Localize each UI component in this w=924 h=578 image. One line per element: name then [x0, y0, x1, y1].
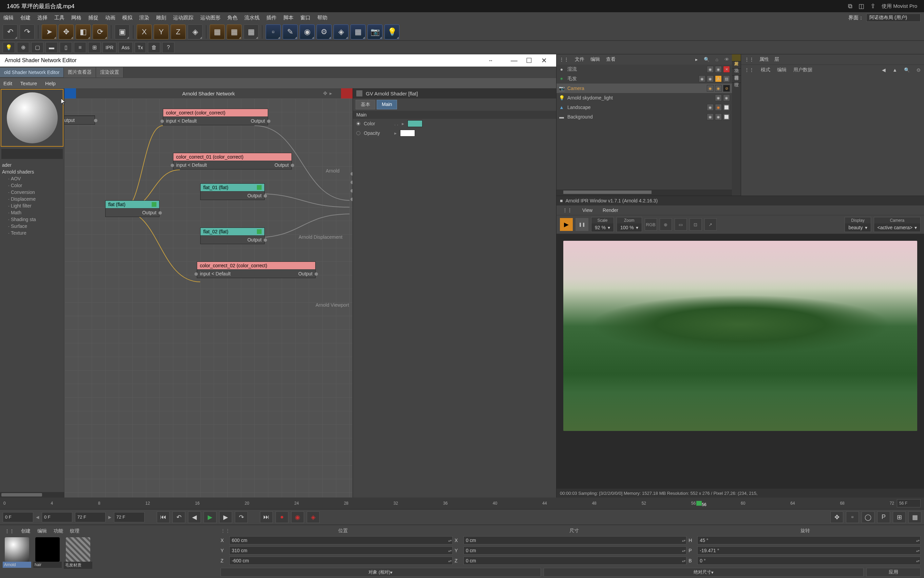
menu-item[interactable]: 捕捉: [88, 15, 99, 21]
tree-item[interactable]: Surface: [2, 223, 62, 230]
step-back-button[interactable]: ↶: [172, 511, 185, 523]
tree-scrollbar[interactable]: [0, 492, 64, 497]
mat-menu-create[interactable]: 创建: [21, 528, 31, 534]
expand-icon[interactable]: ▸: [330, 90, 332, 96]
maximize-button[interactable]: ☐: [521, 56, 536, 65]
search-icon[interactable]: 🔍: [704, 57, 710, 62]
grip-icon[interactable]: ⋮⋮: [744, 57, 754, 62]
node-color-correct[interactable]: color_correct (color_correct) input < De…: [163, 109, 268, 125]
side-tab-content[interactable]: 内容管理器: [732, 68, 741, 76]
ass-button[interactable]: Ass: [118, 42, 132, 53]
trash-icon[interactable]: 🗑: [148, 42, 160, 53]
attr-tab-attributes[interactable]: 属性: [759, 56, 769, 62]
undo-button[interactable]: ↶: [3, 24, 18, 39]
camera-dropdown[interactable]: <active camera>▾: [874, 224, 921, 232]
timeline[interactable]: 0 4 8 12 16 20 24 28 32 36 40 44 48 52 5…: [0, 497, 924, 509]
attr-tab-layers[interactable]: 层: [774, 56, 779, 62]
y-axis-button[interactable]: Y: [154, 24, 169, 39]
scale-tool[interactable]: ◧: [76, 24, 91, 39]
plane-icon[interactable]: ▬: [45, 42, 58, 53]
new-window-icon[interactable]: ◫: [859, 2, 864, 10]
nurbs-button[interactable]: ◉: [299, 24, 315, 39]
select-tool[interactable]: ➤: [42, 24, 57, 39]
coord-system-button[interactable]: ◈: [188, 24, 202, 39]
goto-start-button[interactable]: ⏮: [157, 511, 170, 523]
size-mode-dropdown[interactable]: 绝对尺寸 ▾: [544, 568, 864, 576]
render-view-button[interactable]: ▦: [210, 24, 225, 39]
camera-button[interactable]: 📷: [367, 24, 382, 39]
rgb-button[interactable]: RGB: [645, 218, 657, 231]
menu-item[interactable]: 选择: [37, 15, 47, 21]
primitive-button[interactable]: ▫: [266, 24, 281, 39]
share-icon[interactable]: ⇪: [871, 2, 875, 10]
move-tool[interactable]: ✥: [59, 24, 74, 39]
nav-back-icon[interactable]: ◀: [882, 67, 886, 73]
object-row[interactable]: ▲Landscape◉◉⬜: [557, 102, 732, 112]
tree-item[interactable]: Texture: [2, 230, 62, 236]
nav-up-icon[interactable]: ▲: [892, 67, 897, 73]
opacity-swatch[interactable]: [400, 130, 415, 136]
stop-icon[interactable]: ■: [560, 198, 563, 203]
crop-button[interactable]: ▭: [675, 218, 687, 231]
pen-tool[interactable]: ✎: [283, 24, 298, 39]
tree-item[interactable]: Color: [2, 182, 62, 189]
prev-frame-button[interactable]: ◀: [188, 511, 201, 523]
keyframe-button[interactable]: ◈: [307, 511, 320, 523]
shader-menu-texture[interactable]: Texture: [20, 81, 37, 86]
material-item[interactable]: hair: [33, 537, 62, 569]
ipr-pause-button[interactable]: ❚❚: [576, 218, 588, 231]
grip-icon[interactable]: ⋮⋮: [744, 67, 754, 73]
grip-icon[interactable]: ⋮⋮: [563, 208, 572, 213]
side-tab-takes[interactable]: 场次: [732, 62, 741, 68]
eye-icon[interactable]: 👁: [725, 57, 729, 62]
tree-root[interactable]: Arnold shaders: [2, 169, 62, 175]
goto-end-button[interactable]: ⏭: [260, 511, 273, 523]
node-flat-02[interactable]: flat_02 (flat) Output: [200, 227, 265, 244]
chevron-icon[interactable]: ▸: [695, 57, 697, 62]
preview-start[interactable]: 0 F: [42, 512, 72, 522]
mat-menu-texture[interactable]: 纹理: [70, 528, 79, 534]
attr-edit[interactable]: 编辑: [777, 67, 786, 73]
shader-search[interactable]: [2, 149, 63, 159]
nav-search-icon[interactable]: 🔍: [904, 67, 910, 73]
tab-render-settings[interactable]: 渲染设置: [96, 67, 123, 78]
obj-menu-edit[interactable]: 编辑: [591, 56, 600, 62]
size-y[interactable]: 0 cm▴▾: [463, 546, 687, 555]
size-z[interactable]: 0 cm▴▾: [463, 557, 687, 565]
object-row[interactable]: ▬Background◉◉⬜: [557, 112, 732, 122]
nav-lock-icon[interactable]: ⊙: [916, 67, 921, 73]
menu-item[interactable]: 雕刻: [156, 15, 166, 21]
node-flat-01[interactable]: flat_01 (flat) Output: [200, 183, 265, 200]
grid-icon[interactable]: ⊞: [88, 42, 100, 53]
render-region-button[interactable]: ▦: [227, 24, 242, 39]
rot-b[interactable]: 0 °▴▾: [697, 557, 921, 565]
box-icon[interactable]: ▢: [31, 42, 44, 53]
current-frame[interactable]: 56 F: [897, 499, 921, 507]
menu-item[interactable]: 创建: [20, 15, 31, 21]
tree-item[interactable]: Light filter: [2, 202, 62, 209]
render-view[interactable]: [557, 234, 924, 489]
menu-item[interactable]: 工具: [54, 15, 65, 21]
next-frame-button[interactable]: ▶: [219, 511, 232, 523]
preview-end[interactable]: 72 F: [75, 512, 105, 522]
globe-button[interactable]: ⊕: [660, 218, 672, 231]
material-item[interactable]: Arnold: [3, 537, 31, 569]
menu-item[interactable]: 窗口: [300, 15, 311, 21]
start-frame[interactable]: 0 F: [3, 512, 33, 522]
mat-menu-edit[interactable]: 编辑: [37, 528, 47, 534]
ipr-menu-render[interactable]: Render: [603, 208, 618, 213]
tab-basic[interactable]: 基本: [356, 100, 375, 109]
apply-button[interactable]: 应用: [866, 568, 921, 576]
home-icon[interactable]: ⌂: [716, 57, 718, 62]
menu-item[interactable]: 模拟: [122, 15, 132, 21]
tree-item[interactable]: Shading sta: [2, 216, 62, 223]
page-icon[interactable]: ▯: [60, 42, 72, 53]
grip-icon[interactable]: ⋮⋮: [220, 528, 227, 534]
generator-button[interactable]: ⚙: [317, 24, 332, 39]
cube-tool[interactable]: ▣: [115, 24, 129, 39]
node-graph[interactable]: utput color_correct (color_correct) inpu…: [65, 99, 353, 497]
menu-item[interactable]: 网格: [71, 15, 81, 21]
menu-item[interactable]: 运动图形: [200, 15, 220, 21]
node-flat[interactable]: flat (flat) Output: [105, 200, 160, 217]
tab-shader-editor[interactable]: old Shader Network Editor: [0, 68, 64, 77]
